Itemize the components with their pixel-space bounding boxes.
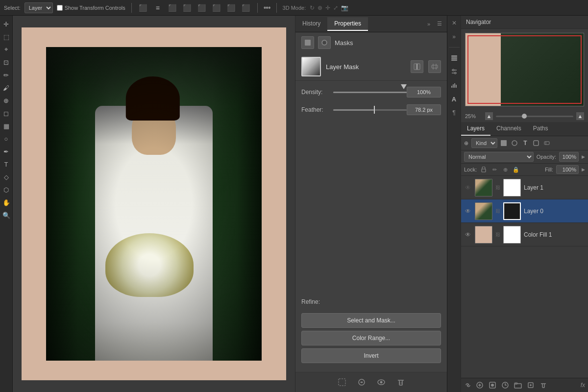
density-value[interactable]: 100% (407, 87, 441, 98)
fill-layer-visibility[interactable]: 👁 (464, 231, 472, 239)
delete-mask-icon[interactable] (395, 376, 407, 388)
new-layer-icon[interactable] (526, 380, 536, 390)
histogram-icon[interactable] (449, 80, 460, 91)
mask-options-btn[interactable] (428, 60, 441, 73)
align-left-icon[interactable]: ⬛ (138, 2, 148, 13)
brush-tool-icon[interactable]: 🖌 (1, 82, 12, 93)
link-layers-icon[interactable] (464, 382, 472, 388)
3d-rotate-icon[interactable]: ↻ (310, 4, 315, 11)
panel-tabs: History Properties » ☰ (295, 16, 447, 32)
fill-icon[interactable] (356, 376, 368, 388)
align-top-icon[interactable]: ⬛ (182, 2, 193, 13)
3d-camera-icon[interactable]: 📷 (341, 4, 348, 11)
nav-zoom-minus-btn[interactable]: ▲ (485, 112, 493, 120)
tab-channels[interactable]: Channels (490, 122, 527, 136)
select-tool-icon[interactable]: ⬚ (1, 31, 12, 42)
expand-panel-icon[interactable]: » (449, 31, 460, 42)
adjustments-icon[interactable] (449, 66, 460, 77)
zoom-tool-icon[interactable]: 🔍 (1, 210, 12, 220)
lock-position-icon[interactable]: ✏ (490, 166, 498, 173)
pen-tool-icon[interactable]: ✒ (1, 146, 12, 157)
3d-slide-icon[interactable]: ⤢ (333, 4, 338, 11)
filter-pixel-icon[interactable] (499, 139, 508, 147)
eyedropper-icon[interactable]: ✏ (1, 70, 12, 80)
feather-value[interactable]: 78.2 px (407, 104, 441, 115)
tab-history[interactable]: History (295, 17, 327, 31)
visibility-icon[interactable] (375, 376, 387, 388)
hand-tool-icon[interactable]: ✋ (1, 197, 12, 208)
layer-item-0[interactable]: 👁 ⛓ Layer 0 (461, 199, 588, 223)
align-right-icon[interactable]: ⬛ (167, 2, 178, 13)
gradient-tool-icon[interactable]: ▦ (1, 121, 12, 131)
apply-mask-btn[interactable] (411, 60, 423, 73)
nav-zoom-plus-btn[interactable]: ▲ (576, 112, 584, 120)
clone-tool-icon[interactable]: ⊕ (1, 95, 12, 106)
add-style-icon[interactable] (475, 380, 485, 390)
layer-item-fill[interactable]: 👁 ⛓ Color Fill 1 (461, 223, 588, 246)
delete-layer-icon[interactable] (539, 380, 548, 390)
text-tool-icon[interactable]: T (1, 159, 12, 170)
opacity-label: Opacity: (537, 154, 556, 160)
path-tool-icon[interactable]: ◇ (1, 172, 12, 182)
tab-properties[interactable]: Properties (327, 17, 368, 31)
opacity-value[interactable]: 100% (559, 152, 579, 162)
more-options-icon[interactable]: ••• (264, 3, 270, 12)
align-bottom-icon[interactable]: ⬛ (211, 2, 222, 13)
shape-tool-icon[interactable]: ⬡ (1, 184, 12, 195)
show-transform-checkbox[interactable] (57, 5, 63, 11)
density-slider-wrap (333, 88, 407, 96)
nav-zoom-thumb (522, 114, 527, 119)
eraser-tool-icon[interactable]: ◻ (1, 108, 12, 119)
fx-label[interactable]: fx (581, 382, 585, 389)
density-slider[interactable] (333, 88, 407, 96)
tab-layers[interactable]: Layers (461, 122, 490, 136)
pixel-mask-icon[interactable] (301, 36, 314, 49)
navigator-header: Navigator (461, 16, 588, 29)
3d-pan-icon[interactable]: ✛ (325, 4, 330, 11)
color-range-btn[interactable]: Color Range... (301, 331, 441, 345)
align-middle-icon[interactable]: ⬛ (196, 2, 207, 13)
add-adjustment-icon[interactable] (500, 380, 510, 390)
crop-tool-icon[interactable]: ⊡ (1, 57, 12, 68)
close-panel-icon[interactable]: ✕ (449, 18, 460, 28)
layer-0-visibility[interactable]: 👁 (464, 207, 472, 215)
vector-mask-icon[interactable] (318, 36, 331, 49)
tab-paths[interactable]: Paths (527, 122, 554, 136)
filter-type-icon[interactable]: T (521, 139, 530, 147)
feather-slider[interactable] (333, 106, 407, 114)
expand-icon[interactable]: » (424, 20, 433, 28)
select-and-mask-btn[interactable]: Select and Mask... (301, 313, 441, 328)
selection-icon[interactable] (336, 376, 348, 388)
align-center-h-icon[interactable]: ≡ (152, 2, 163, 13)
dodge-tool-icon[interactable]: ○ (1, 133, 12, 144)
blend-mode-select[interactable]: Normal (464, 152, 534, 162)
layers-panel-icon[interactable] (449, 52, 460, 63)
move-tool-icon[interactable]: ✛ (1, 19, 12, 29)
paragraph-icon[interactable]: ¶ (449, 107, 460, 118)
add-mask-icon[interactable] (488, 380, 497, 390)
navigator-preview[interactable] (465, 33, 584, 106)
lasso-tool-icon[interactable]: ⌖ (1, 44, 12, 55)
invert-btn[interactable]: Invert (301, 348, 441, 363)
lock-artboard-icon[interactable]: ⊕ (501, 166, 509, 173)
distribute-icon[interactable]: ⬛ (226, 2, 237, 13)
fill-label: Fill: (545, 167, 553, 172)
lock-pixels-icon[interactable] (480, 166, 488, 173)
layer-select[interactable]: Layer (24, 2, 53, 13)
filter-shape-icon[interactable] (532, 139, 540, 147)
kind-select[interactable]: Kind (471, 138, 497, 148)
distribute2-icon[interactable]: ⬛ (241, 2, 251, 13)
layer-1-chain: ⛓ (495, 185, 500, 190)
layer-item-1[interactable]: 👁 ⛓ Layer 1 (461, 176, 588, 199)
filter-smart-icon[interactable] (542, 139, 551, 147)
fill-value[interactable]: 100% (556, 165, 579, 174)
layer-1-visibility[interactable]: 👁 (464, 184, 472, 192)
filter-adjustment-icon[interactable] (510, 139, 519, 147)
menu-icon[interactable]: ☰ (435, 20, 444, 28)
new-group-icon[interactable] (513, 380, 523, 390)
nav-zoom-slider[interactable] (496, 116, 573, 117)
lock-all-icon[interactable]: 🔒 (512, 166, 520, 173)
3d-orbit-icon[interactable]: ⊕ (318, 4, 322, 11)
fill-layer-mask (503, 226, 521, 244)
text-panel-icon[interactable]: A (449, 94, 460, 104)
